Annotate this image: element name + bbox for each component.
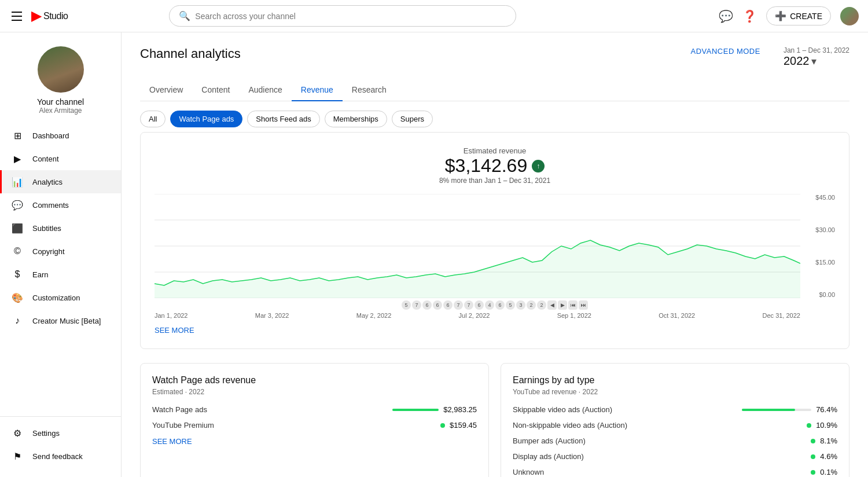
sidebar-item-analytics[interactable]: 📊 Analytics bbox=[0, 170, 121, 193]
chart-see-more-button[interactable]: SEE MORE bbox=[155, 326, 194, 335]
y-label-0: $0.00 bbox=[800, 291, 835, 298]
bumper-ads-label: Bumper ads (Auction) bbox=[513, 436, 586, 445]
pill-supers[interactable]: Supers bbox=[392, 111, 433, 127]
sidebar-item-settings[interactable]: ⚙ Settings bbox=[0, 421, 121, 445]
nav-dot-6a[interactable]: 6 bbox=[422, 300, 432, 310]
creator-music-icon: ♪ bbox=[12, 315, 23, 326]
nav-dot-5[interactable]: 5 bbox=[402, 300, 411, 310]
watch-page-see-more-button[interactable]: SEE MORE bbox=[152, 437, 192, 446]
x-axis-labels: Jan 1, 2022 Mar 3, 2022 May 2, 2022 Jul … bbox=[155, 312, 835, 319]
nav-next-icon[interactable]: ▶ bbox=[558, 300, 567, 310]
display-ads-row: Display ads (Auction) 4.6% bbox=[513, 452, 837, 461]
sidebar-item-creator-music[interactable]: ♪ Creator Music [Beta] bbox=[0, 309, 121, 332]
advanced-mode-label: ADVANCED MODE bbox=[691, 47, 760, 56]
copyright-icon: © bbox=[12, 245, 23, 257]
nav-dot-6d[interactable]: 6 bbox=[475, 300, 484, 310]
search-input[interactable] bbox=[195, 12, 506, 21]
y-label-45: $45.00 bbox=[800, 194, 835, 201]
create-button[interactable]: ➕ CREATE bbox=[766, 6, 831, 25]
sidebar-item-settings-label: Settings bbox=[32, 429, 60, 438]
pill-memberships[interactable]: Memberships bbox=[325, 111, 387, 127]
hamburger-button[interactable] bbox=[9, 9, 24, 23]
date-selector[interactable]: Jan 1 – Dec 31, 2022 2022 ▾ bbox=[784, 46, 849, 68]
channel-name: Your channel bbox=[37, 97, 84, 107]
y-label-15: $15.00 bbox=[800, 259, 835, 266]
sidebar-item-customization-label: Customization bbox=[32, 293, 80, 302]
main-content: Channel analytics ADVANCED MODE Jan 1 – … bbox=[122, 32, 868, 477]
nav-dot-6b[interactable]: 6 bbox=[433, 300, 442, 310]
studio-label: Studio bbox=[43, 11, 68, 21]
nav-dot-3[interactable]: 3 bbox=[516, 300, 525, 310]
channel-avatar[interactable] bbox=[38, 46, 84, 93]
sidebar-item-subtitles[interactable]: ⬛ Subtitles bbox=[0, 217, 121, 240]
nav-dot-6e[interactable]: 6 bbox=[495, 300, 505, 310]
display-dot bbox=[811, 454, 815, 459]
chart-comparison: 8% more than Jan 1 – Dec 31, 2021 bbox=[155, 177, 835, 185]
nav-dot-2b[interactable]: 2 bbox=[537, 300, 546, 310]
chart-up-icon: ↑ bbox=[532, 160, 545, 173]
display-ads-right: 4.6% bbox=[811, 452, 837, 461]
comments-icon: 💬 bbox=[12, 199, 23, 211]
sidebar-item-customization[interactable]: 🎨 Customization bbox=[0, 286, 121, 309]
chart-value: $3,142.69 ↑ bbox=[155, 155, 835, 177]
youtube-premium-right: $159.45 bbox=[440, 421, 477, 430]
earn-icon: $ bbox=[12, 269, 23, 280]
sidebar-item-copyright-label: Copyright bbox=[32, 247, 65, 256]
nav-prev-icon[interactable]: ◀ bbox=[547, 300, 557, 310]
tab-research[interactable]: Research bbox=[343, 79, 396, 101]
pill-all[interactable]: All bbox=[140, 111, 165, 127]
watch-page-card-subtitle: Estimated · 2022 bbox=[152, 388, 477, 396]
tab-revenue[interactable]: Revenue bbox=[292, 79, 343, 101]
sidebar: Your channel Alex Armitage ⊞ Dashboard ▶… bbox=[0, 32, 122, 477]
skippable-ads-right: 76.4% bbox=[742, 405, 837, 414]
nav-skip-prev-icon[interactable]: ⏮ bbox=[568, 300, 578, 310]
search-bar[interactable]: 🔍 bbox=[169, 5, 516, 27]
bumper-ads-value: 8.1% bbox=[820, 436, 837, 445]
sidebar-item-feedback[interactable]: ⚑ Send feedback bbox=[0, 445, 121, 468]
nav-skip-next-icon[interactable]: ⏭ bbox=[579, 300, 588, 310]
sidebar-item-analytics-label: Analytics bbox=[32, 178, 62, 186]
youtube-studio-logo[interactable]: ▶ Studio bbox=[31, 9, 68, 24]
sidebar-item-subtitles-label: Subtitles bbox=[32, 224, 61, 233]
dashboard-icon: ⊞ bbox=[12, 130, 23, 141]
channel-info: Your channel Alex Armitage bbox=[0, 42, 121, 124]
chart-label: Estimated revenue bbox=[155, 146, 835, 155]
sidebar-item-content[interactable]: ▶ Content bbox=[0, 147, 121, 170]
nav-dot-4[interactable]: 4 bbox=[485, 300, 494, 310]
date-range-label: Jan 1 – Dec 31, 2022 bbox=[784, 46, 849, 54]
chart-value-text: $3,142.69 bbox=[445, 155, 527, 177]
nav-dot-7c[interactable]: 7 bbox=[464, 300, 473, 310]
chart-nav-dots: 5 7 6 6 6 7 7 6 4 6 5 3 2 2 ◀ ▶ ⏮ bbox=[155, 300, 835, 310]
bumper-ads-right: 8.1% bbox=[811, 436, 837, 445]
x-label-jul: Jul 2, 2022 bbox=[459, 312, 490, 319]
topbar: ▶ Studio 🔍 💬 ❓ ➕ CREATE bbox=[0, 0, 868, 32]
sidebar-item-earn[interactable]: $ Earn bbox=[0, 263, 121, 286]
sidebar-item-copyright[interactable]: © Copyright bbox=[0, 240, 121, 263]
pill-watch-page-ads[interactable]: Watch Page ads bbox=[170, 111, 242, 127]
help-icon[interactable]: ❓ bbox=[742, 9, 757, 23]
advanced-mode-button[interactable]: ADVANCED MODE bbox=[691, 46, 760, 56]
nav-dot-6c[interactable]: 6 bbox=[443, 300, 453, 310]
tab-audience[interactable]: Audience bbox=[239, 79, 291, 101]
unknown-ads-value: 0.1% bbox=[820, 468, 837, 476]
message-icon[interactable]: 💬 bbox=[719, 9, 733, 23]
tab-overview[interactable]: Overview bbox=[140, 79, 192, 101]
sidebar-bottom: ⚙ Settings ⚑ Send feedback bbox=[0, 416, 121, 468]
tab-content[interactable]: Content bbox=[192, 79, 239, 101]
earnings-card-title: Earnings by ad type bbox=[513, 375, 837, 386]
watch-page-ads-value: $2,983.25 bbox=[443, 405, 477, 414]
sidebar-item-comments[interactable]: 💬 Comments bbox=[0, 193, 121, 217]
sidebar-item-feedback-label: Send feedback bbox=[32, 452, 83, 461]
nav-dot-5b[interactable]: 5 bbox=[506, 300, 515, 310]
unknown-ads-row: Unknown 0.1% bbox=[513, 468, 837, 476]
sidebar-item-dashboard[interactable]: ⊞ Dashboard bbox=[0, 124, 121, 147]
nav-dot-2a[interactable]: 2 bbox=[527, 300, 536, 310]
pill-shorts-feed-ads[interactable]: Shorts Feed ads bbox=[247, 111, 319, 127]
watch-page-card: Watch Page ads revenue Estimated · 2022 … bbox=[140, 363, 489, 477]
avatar[interactable] bbox=[840, 7, 859, 25]
watch-page-ads-row: Watch Page ads $2,983.25 bbox=[152, 405, 477, 414]
customization-icon: 🎨 bbox=[12, 292, 23, 303]
nav-dot-7a[interactable]: 7 bbox=[412, 300, 421, 310]
unknown-ads-right: 0.1% bbox=[811, 468, 837, 476]
nav-dot-7b[interactable]: 7 bbox=[454, 300, 463, 310]
